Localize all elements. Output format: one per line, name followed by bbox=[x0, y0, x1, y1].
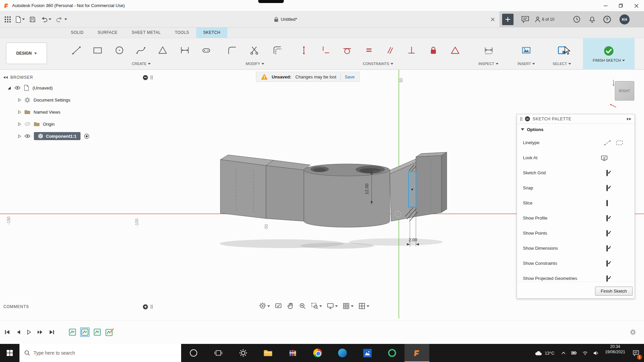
minimize-button[interactable] bbox=[598, 0, 613, 11]
dimension-width-label[interactable]: 2.00 bbox=[409, 237, 417, 242]
options-section-header[interactable]: Options bbox=[517, 124, 635, 135]
timeline-skip-end-button[interactable] bbox=[49, 329, 54, 335]
document-tab[interactable]: Untitled* bbox=[72, 11, 499, 27]
new-tab-button[interactable] bbox=[502, 14, 514, 25]
timeline-skip-start-button[interactable] bbox=[5, 329, 10, 335]
visibility-hidden-eye-icon[interactable] bbox=[24, 122, 31, 126]
browser-minimize-icon[interactable] bbox=[143, 75, 148, 80]
measure-tool-icon[interactable] bbox=[482, 44, 495, 57]
finish-sketch-palette-button[interactable]: Finish Sketch bbox=[595, 287, 633, 296]
tab-sketch[interactable]: SKETCH bbox=[196, 27, 227, 38]
slice-checkbox[interactable] bbox=[606, 200, 608, 206]
collapse-palette-icon[interactable] bbox=[627, 118, 631, 120]
dimension-height-label[interactable]: 12.00 bbox=[364, 183, 369, 194]
user-avatar[interactable]: KH bbox=[620, 14, 630, 24]
viewports-icon[interactable] bbox=[358, 302, 369, 310]
redo-icon[interactable] bbox=[56, 16, 67, 22]
taskbar-clock[interactable]: 20:34 19/06/2021 bbox=[602, 344, 628, 362]
taskbar-chrome[interactable] bbox=[305, 344, 330, 362]
taskbar-settings[interactable] bbox=[231, 344, 256, 362]
rectangle-tool-icon[interactable] bbox=[91, 44, 104, 57]
search-input[interactable] bbox=[34, 350, 176, 356]
help-icon[interactable]: ? bbox=[603, 16, 611, 23]
insert-image-icon[interactable] bbox=[520, 44, 533, 57]
centerline-icon[interactable] bbox=[616, 140, 623, 146]
activate-component-radio[interactable] bbox=[84, 133, 90, 139]
tab-close-icon[interactable] bbox=[489, 16, 496, 23]
timeline-play-button[interactable] bbox=[26, 329, 31, 335]
fix-lock-constraint-icon[interactable] bbox=[427, 44, 440, 57]
modify-group-label[interactable]: MODIFY bbox=[246, 62, 264, 66]
spline-tool-icon[interactable] bbox=[135, 44, 147, 57]
select-group-label[interactable]: SELECT bbox=[553, 62, 571, 66]
inspect-group-label[interactable]: INSPECT bbox=[478, 62, 498, 66]
expander-closed-icon[interactable] bbox=[18, 122, 21, 126]
taskbar-camtasia[interactable] bbox=[380, 344, 405, 362]
taskbar-file-explorer[interactable] bbox=[256, 344, 280, 362]
timeline-step-back-button[interactable] bbox=[16, 329, 21, 335]
sketch-grid-checkbox[interactable] bbox=[606, 170, 608, 176]
visibility-eye-icon[interactable] bbox=[14, 86, 20, 90]
symmetry-constraint-icon[interactable] bbox=[449, 44, 462, 57]
taskbar-search[interactable] bbox=[19, 344, 181, 362]
insert-group-label[interactable]: INSERT bbox=[518, 62, 535, 66]
hidden-icons-chevron[interactable] bbox=[561, 351, 566, 355]
notifications-bell-icon[interactable] bbox=[589, 16, 595, 23]
taskbar-task-view[interactable] bbox=[206, 344, 231, 362]
tab-surface[interactable]: SURFACE bbox=[91, 27, 124, 38]
timeline-feature-sketch4-editing[interactable] bbox=[105, 327, 114, 337]
show-constraints-checkbox[interactable] bbox=[606, 260, 608, 266]
perpendicular-constraint-icon[interactable] bbox=[405, 44, 418, 57]
snap-checkbox[interactable] bbox=[606, 185, 608, 191]
tree-item-document-settings[interactable]: Document Settings bbox=[3, 94, 153, 106]
slot-tool-icon[interactable] bbox=[200, 44, 213, 57]
tab-solid[interactable]: SOLID bbox=[64, 27, 91, 38]
orbit-icon[interactable] bbox=[259, 302, 270, 310]
clock-icon[interactable] bbox=[573, 16, 580, 23]
selected-component-pill[interactable]: Component1:1 bbox=[34, 132, 80, 140]
zoom-icon[interactable] bbox=[299, 302, 306, 310]
parallel-constraint-icon[interactable] bbox=[384, 44, 396, 57]
construction-line-icon[interactable] bbox=[604, 140, 611, 146]
timeline-feature-sketch1[interactable] bbox=[68, 327, 77, 337]
constraints-group-label[interactable]: CONSTRAINTS bbox=[363, 62, 393, 66]
network-wifi-icon[interactable] bbox=[582, 351, 588, 355]
battery-icon[interactable] bbox=[571, 350, 577, 356]
grid-settings-icon[interactable] bbox=[342, 302, 354, 310]
tree-item-component1[interactable]: Component1:1 bbox=[3, 130, 153, 142]
design-workspace-dropdown[interactable]: DESIGN bbox=[6, 43, 47, 64]
restore-button[interactable] bbox=[613, 0, 629, 11]
comments-bubble-icon[interactable] bbox=[522, 16, 529, 23]
finish-sketch-button[interactable]: FINISH SKETCH bbox=[583, 38, 635, 70]
viewcube-face-label[interactable]: RIGHT bbox=[619, 89, 630, 93]
look-at-nav-icon[interactable] bbox=[275, 302, 282, 310]
app-grid-icon[interactable] bbox=[5, 16, 11, 22]
fillet-tool-icon[interactable] bbox=[226, 44, 238, 57]
undo-icon[interactable] bbox=[40, 16, 51, 22]
save-link[interactable]: Save bbox=[345, 74, 355, 79]
job-status[interactable]: 6 of 10 bbox=[535, 16, 554, 22]
taskbar-winrar[interactable] bbox=[280, 344, 305, 362]
tab-sheet-metal[interactable]: SHEET METAL bbox=[125, 27, 168, 38]
timeline-step-forward-button[interactable] bbox=[37, 329, 43, 335]
taskbar-photos[interactable] bbox=[355, 344, 380, 362]
equal-constraint-icon[interactable] bbox=[363, 44, 375, 57]
timeline-feature-sketch3[interactable] bbox=[93, 327, 102, 337]
tree-item-named-views[interactable]: Named Views bbox=[3, 106, 153, 118]
comments-grip[interactable] bbox=[151, 305, 153, 309]
taskbar-fusion360-active[interactable] bbox=[405, 344, 429, 362]
taskbar-cortana[interactable] bbox=[181, 344, 206, 362]
palette-minimize-icon[interactable] bbox=[525, 116, 530, 121]
timeline-feature-sketch2-selected[interactable] bbox=[80, 327, 90, 337]
pan-icon[interactable] bbox=[287, 302, 294, 310]
polygon-tool-icon[interactable] bbox=[156, 44, 169, 57]
tangent-constraint-icon[interactable] bbox=[341, 44, 354, 57]
circle-tool-icon[interactable] bbox=[113, 44, 126, 57]
start-button[interactable] bbox=[0, 344, 19, 362]
close-button[interactable] bbox=[629, 0, 644, 11]
show-dimensions-checkbox[interactable] bbox=[606, 245, 608, 251]
comments-expand-icon[interactable] bbox=[143, 304, 148, 309]
create-group-label[interactable]: CREATE bbox=[132, 62, 151, 66]
taskbar-edge[interactable] bbox=[330, 344, 355, 362]
tree-item-origin[interactable]: Origin bbox=[3, 118, 153, 130]
